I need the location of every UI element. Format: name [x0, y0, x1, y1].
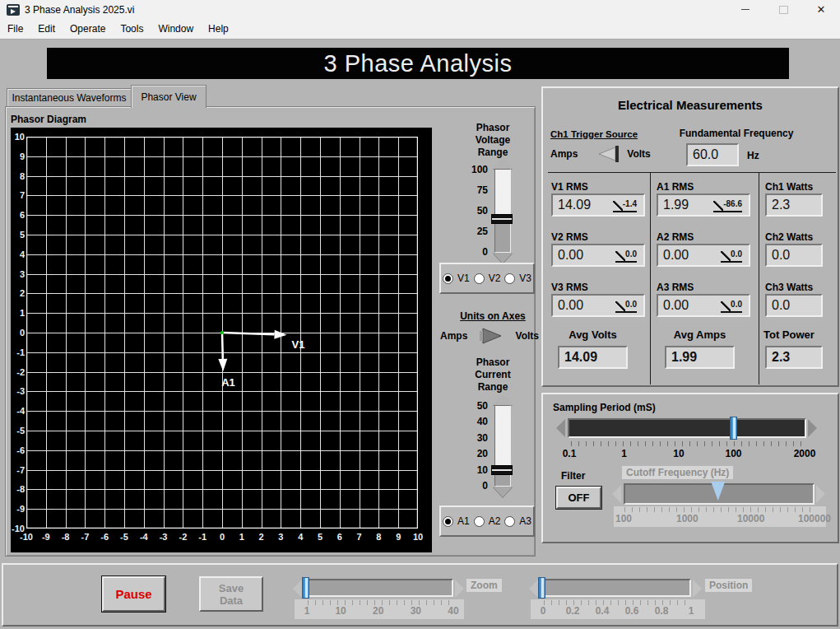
save-data-button[interactable]: SaveData [199, 576, 263, 612]
measurements-title: Electrical Measurements [543, 98, 838, 112]
avg-volts-indicator: 14.09 [558, 346, 628, 369]
scale-label: 30 [460, 432, 488, 444]
units-on-axes-toggle[interactable] [477, 326, 505, 346]
sampling-increment-arrow[interactable] [808, 419, 817, 437]
position-slider-track[interactable] [540, 579, 691, 597]
voltage-radio-label: V3 [519, 273, 531, 284]
close-button[interactable]: ✕ [802, 0, 840, 19]
tab-phasor-view[interactable]: Phasor View [131, 85, 207, 108]
phasor-current-range-slider[interactable] [492, 394, 513, 497]
menu-bar: FileEditOperateToolsWindowHelp [0, 19, 840, 40]
y-tick-label: -7 [11, 464, 25, 476]
tick-label: 1 [689, 605, 694, 617]
tick-label: 20 [373, 605, 383, 617]
cutoff-ticks [624, 507, 814, 512]
y-tick-label: 4 [11, 249, 25, 260]
summary-label: Tot Power [763, 328, 814, 341]
zoom-decrement-arrow[interactable] [293, 580, 302, 598]
scale-label: 75 [460, 184, 488, 196]
x-tick-label: 2 [251, 532, 272, 542]
x-tick-label: -8 [55, 532, 77, 542]
y-tick-label: -9 [11, 503, 25, 515]
cutoff-decrement-arrow[interactable] [612, 485, 621, 503]
cutoff-increment-arrow[interactable] [816, 485, 825, 503]
x-tick-label: 8 [368, 532, 389, 542]
current-radio-a3[interactable] [504, 516, 515, 527]
current-phase-selector[interactable]: A1A2A3 [439, 506, 535, 537]
position-slider-handle[interactable] [538, 577, 545, 599]
minimize-button[interactable] [726, 0, 764, 19]
voltage-phase-selector[interactable]: V1V2V3 [439, 263, 535, 294]
a2-rms-indicator: 0.000.0 [657, 244, 750, 267]
slider-decrement-arrow[interactable] [493, 487, 513, 497]
y-tick-label: -5 [11, 425, 25, 436]
current-slider-handle[interactable] [491, 465, 513, 475]
tab-instantaneous-waveforms[interactable]: Instantaneous Waveforms [7, 88, 132, 107]
position-decrement-arrow[interactable] [529, 580, 538, 598]
menu-item-help[interactable]: Help [201, 19, 236, 39]
angle-display: 0.0 [615, 299, 637, 313]
voltage-radio-v2[interactable] [474, 273, 485, 284]
zoom-slider-handle[interactable] [302, 577, 309, 599]
voltage-slider-handle[interactable] [491, 214, 513, 224]
sampling-decrement-arrow[interactable] [556, 419, 565, 437]
tick-label: 100000 [798, 513, 831, 524]
voltage-slider-fill [495, 219, 510, 252]
maximize-icon [779, 6, 788, 14]
slider-increment-arrow[interactable] [493, 158, 513, 169]
trigger-source-toggle[interactable] [592, 144, 624, 164]
position-increment-arrow[interactable] [693, 580, 702, 598]
menu-item-operate[interactable]: Operate [63, 19, 113, 39]
zoom-slider-track[interactable] [304, 579, 453, 597]
app-icon [7, 4, 20, 16]
y-tick-label: 5 [11, 229, 25, 240]
v1-rms-indicator: 14.09-1.4 [551, 193, 645, 217]
x-tick-label: 10 [407, 532, 429, 542]
sampling-slider-track[interactable] [568, 418, 806, 438]
a3-rms-indicator: 0.000.0 [657, 294, 750, 317]
scale-label: 25 [460, 226, 488, 237]
x-tick-label: 9 [388, 532, 409, 542]
measure-label: Ch1 Watts [765, 181, 813, 193]
scale-label: 40 [460, 416, 488, 427]
slider-increment-arrow[interactable] [493, 394, 513, 405]
x-tick-label: -5 [114, 532, 135, 542]
phasor-voltage-range-slider[interactable] [492, 158, 513, 263]
y-tick-label: 10 [11, 131, 25, 142]
angle-display: -86.6 [713, 198, 742, 212]
y-tick-label: 1 [11, 307, 25, 319]
sampling-slider-handle[interactable] [730, 417, 737, 440]
menu-item-tools[interactable]: Tools [113, 19, 151, 39]
summary-label: Avg Amps [665, 328, 735, 341]
phasor-current-range-label: PhasorCurrentRange [450, 356, 536, 394]
ch3-watts-indicator: 0.0 [765, 294, 823, 317]
tick-label: 0.8 [655, 605, 669, 617]
tick-label: 10 [673, 448, 684, 459]
current-radio-a2[interactable] [474, 516, 485, 527]
voltage-radio-v1[interactable] [443, 273, 453, 284]
maximize-button[interactable] [764, 0, 802, 19]
voltage-slider-track[interactable] [494, 169, 511, 253]
zoom-increment-arrow[interactable] [455, 580, 464, 598]
scale-label: 20 [460, 448, 488, 459]
fundamental-frequency-unit: Hz [747, 150, 759, 161]
fundamental-frequency-input[interactable]: 60.0 [686, 143, 739, 166]
zoom-label: Zoom [466, 579, 502, 592]
filter-off-button[interactable]: OFF [556, 487, 601, 509]
title-bar: 3 Phase Analysis 2025.vi ✕ [0, 0, 840, 19]
tick-label: 0.4 [596, 605, 610, 617]
tick-label: 40 [448, 605, 458, 617]
pause-button[interactable]: Pause [102, 576, 165, 612]
menu-item-file[interactable]: File [0, 19, 30, 39]
x-tick-label: -3 [153, 532, 174, 542]
electrical-measurements-panel: Electrical Measurements Ch1 Trigger Sour… [541, 86, 839, 387]
position-label: Position [705, 579, 752, 592]
menu-item-edit[interactable]: Edit [30, 19, 63, 39]
voltage-radio-v3[interactable] [504, 273, 515, 284]
current-radio-a1[interactable] [443, 516, 453, 527]
measure-label: V3 RMS [551, 282, 588, 293]
tick-label: 0.2 [566, 605, 580, 617]
scale-label: 0 [460, 480, 488, 492]
menu-item-window[interactable]: Window [151, 19, 201, 39]
current-slider-track[interactable] [494, 405, 511, 487]
